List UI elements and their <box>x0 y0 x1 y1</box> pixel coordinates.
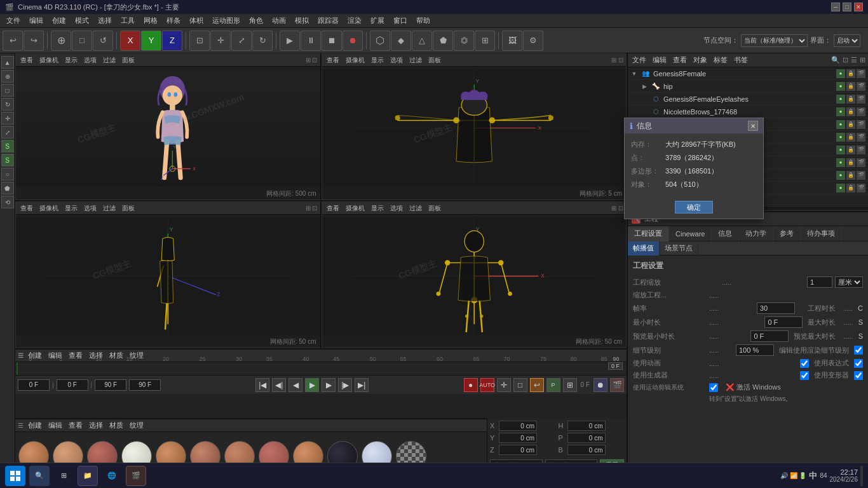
tree-render-panties[interactable]: 🎬 <box>857 133 865 142</box>
coord-y-input[interactable] <box>499 433 537 443</box>
vt-options-persp[interactable]: 选项 <box>82 56 98 65</box>
vt-filter-persp[interactable]: 过滤 <box>101 56 118 65</box>
rp-menu-object[interactable]: 对象 <box>691 55 709 65</box>
tree-lock-bra[interactable]: 🔒 <box>846 120 855 129</box>
search-button[interactable]: 🔍 <box>29 466 50 486</box>
menu-item-创建[interactable]: 创建 <box>48 15 70 27</box>
menu-item-编辑[interactable]: 编辑 <box>25 15 47 27</box>
tree-vis-lancy1[interactable]: ● <box>836 146 845 154</box>
record-button-tl[interactable]: ● <box>464 378 478 392</box>
vt-view-top[interactable]: 查看 <box>325 56 341 65</box>
left-icon-9[interactable]: ○ <box>1 168 14 180</box>
rp-menu-tag[interactable]: 标签 <box>712 55 729 65</box>
vt-camera-right[interactable]: 摄像机 <box>37 204 60 213</box>
start-button[interactable] <box>5 466 25 486</box>
tree-vis-genesis[interactable]: ● <box>836 69 845 78</box>
tree-render-lancy1[interactable]: 🎬 <box>857 146 865 154</box>
rp-menu-bookmark[interactable]: 书签 <box>732 55 750 65</box>
prop-tab-todo[interactable]: 待办事项 <box>801 226 842 241</box>
frame-end2-input[interactable] <box>129 379 161 391</box>
vt-filter-right[interactable]: 过滤 <box>101 204 118 213</box>
info-close-button[interactable]: ✕ <box>748 121 758 131</box>
scale-button[interactable]: ⤢ <box>231 30 252 51</box>
vp-front-canvas[interactable]: CG模型主 X Y <box>322 217 627 335</box>
vt-options-top[interactable]: 选项 <box>388 56 405 65</box>
left-icon-7[interactable]: S <box>1 140 14 152</box>
tree-render-eyelashes[interactable]: 🎬 <box>857 95 865 104</box>
rp-menu-view[interactable]: 查看 <box>671 55 689 65</box>
menu-item-工具[interactable]: 工具 <box>117 15 139 27</box>
goto-end-button[interactable]: ▶| <box>355 378 369 392</box>
vt-panel-front[interactable]: 面板 <box>426 204 443 213</box>
vt-view-persp[interactable]: 查看 <box>18 56 35 65</box>
prop-input-fps[interactable] <box>757 302 795 314</box>
mat-menu-view[interactable]: 查看 <box>67 421 85 430</box>
left-icon-1[interactable]: ▲ <box>1 56 14 69</box>
coord-x-input[interactable] <box>499 421 537 431</box>
prop-input-mintime[interactable] <box>764 316 803 328</box>
timeline-menu-view[interactable]: 查看 <box>67 351 85 360</box>
vt-options-front[interactable]: 选项 <box>388 204 405 213</box>
close-button[interactable]: ✕ <box>854 3 863 11</box>
show-desktop-button[interactable] <box>860 466 863 486</box>
vt-view-right[interactable]: 查看 <box>18 204 35 213</box>
menu-item-动画[interactable]: 动画 <box>268 15 290 27</box>
prop-select-unit[interactable]: 厘米 <box>835 276 863 288</box>
auto-key-button[interactable]: AUTO <box>480 378 494 392</box>
prop-checkbox-deform[interactable] <box>854 371 863 380</box>
timeline-tool-2[interactable]: □ <box>513 378 527 392</box>
tree-vis-hip[interactable]: ● <box>836 82 845 91</box>
tree-item-hip[interactable]: ▶ 🦴 hip ● 🔒 🎬 <box>628 80 868 93</box>
menu-item-选择[interactable]: 选择 <box>94 15 116 27</box>
render-settings-button[interactable]: ⚙ <box>523 30 543 51</box>
tree-render-genesis[interactable]: 🎬 <box>857 69 865 78</box>
prop-tab-ref[interactable]: 参考 <box>773 226 801 241</box>
tree-lock-brows[interactable]: 🔒 <box>846 107 855 116</box>
tree-lock-genesi[interactable]: 🔒 <box>846 184 855 193</box>
menu-item-模式[interactable]: 模式 <box>71 15 93 27</box>
tree-item-brows[interactable]: ⬡ NicoletteBrows_177468 ● 🔒 🎬 <box>628 105 868 118</box>
prop-checkbox-renderlod[interactable] <box>854 346 863 355</box>
render-button[interactable]: 🖼 <box>502 30 522 51</box>
tree-render-brows[interactable]: 🎬 <box>857 107 865 116</box>
taskbar-explorer[interactable]: 📁 <box>78 466 98 486</box>
tree-render-genesi[interactable]: 🎬 <box>857 184 865 193</box>
prop-subtab-frame[interactable]: 帧播值 <box>628 241 660 255</box>
menu-item-帮助[interactable]: 帮助 <box>412 15 434 27</box>
vt-panel-right[interactable]: 面板 <box>120 204 137 213</box>
mat-menu-create[interactable]: 创建 <box>26 421 44 430</box>
rotate-mode-button[interactable]: ↻ <box>252 30 273 51</box>
record-button[interactable]: ⏺ <box>342 30 363 51</box>
vt-camera-persp[interactable]: 摄像机 <box>37 56 60 65</box>
menu-item-扩展[interactable]: 扩展 <box>367 15 388 27</box>
left-icon-8[interactable]: S <box>1 154 14 166</box>
minimize-button[interactable]: ─ <box>831 3 840 11</box>
tree-lock-genesis[interactable]: 🔒 <box>846 69 855 78</box>
vt-display-right[interactable]: 显示 <box>63 204 79 213</box>
menu-item-窗口[interactable]: 窗口 <box>390 15 411 27</box>
mat-menu-material[interactable]: 材质 <box>107 421 125 430</box>
tree-vis-panties[interactable]: ● <box>836 133 845 142</box>
tree-lock-lancy1[interactable]: 🔒 <box>846 146 855 154</box>
left-icon-11[interactable]: ⟲ <box>1 196 14 208</box>
goto-start-button[interactable]: |◀ <box>255 378 269 392</box>
tree-item-eyelashes[interactable]: ⬡ Genesis8FemaleEyelashes ● 🔒 🎬 <box>628 93 868 105</box>
redo-button[interactable]: ↪ <box>24 30 44 51</box>
stop-button[interactable]: ⏹ <box>322 30 342 51</box>
coord-z-input[interactable] <box>499 445 537 455</box>
tree-vis-bra[interactable]: ● <box>836 120 845 129</box>
menu-item-角色[interactable]: 角色 <box>245 15 267 27</box>
rp-menu-file[interactable]: 文件 <box>630 55 648 65</box>
vt-filter-front[interactable]: 过滤 <box>407 204 424 213</box>
coord-p-input[interactable] <box>567 433 606 443</box>
prop-tab-cineware[interactable]: Cineware <box>669 226 712 241</box>
info-ok-button[interactable]: 确定 <box>675 201 713 214</box>
tree-lock-lancy2[interactable]: 🔒 <box>846 158 855 167</box>
rotate-button[interactable]: ↺ <box>93 30 113 51</box>
tree-lock-vivyhair[interactable]: 🔒 <box>846 171 855 180</box>
tree-render-hip[interactable]: 🎬 <box>857 82 865 91</box>
tree-vis-eyelashes[interactable]: ● <box>836 95 845 104</box>
left-icon-4[interactable]: ↻ <box>1 98 14 111</box>
step-forward-button[interactable]: ▶ <box>322 378 336 392</box>
play-forward-button[interactable]: ▶ <box>305 378 319 392</box>
